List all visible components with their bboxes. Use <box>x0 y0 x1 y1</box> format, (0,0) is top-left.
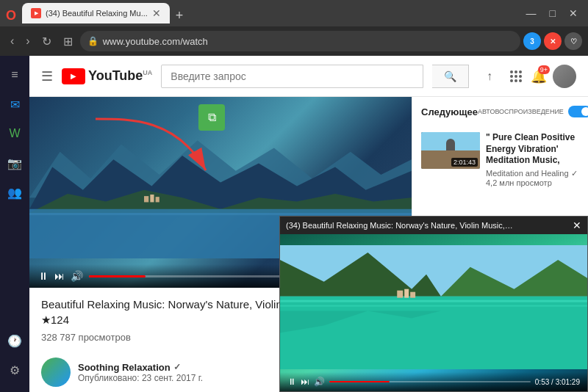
pip-window[interactable]: (34) Beautiful Relaxing Music: Norway's … <box>279 216 588 392</box>
pip-time-display: 0:53 / 3:01:29 <box>535 378 580 386</box>
autoplay-toggle[interactable] <box>568 106 588 117</box>
svg-rect-5 <box>150 195 154 202</box>
header-actions: ↑ 🔔 9+ <box>478 65 576 88</box>
next-video-channel: Meditation and Healing ✓ <box>486 169 579 178</box>
pip-icon: ⧉ <box>208 111 216 124</box>
user-avatar[interactable] <box>553 65 576 88</box>
next-video-item[interactable]: 2:01:43 " Pure Clean Positive Energy Vib… <box>412 126 588 193</box>
active-tab[interactable]: ▶ (34) Beautiful Relaxing Mu... ✕ <box>22 3 170 23</box>
ad-block-button[interactable]: ✕ <box>544 32 562 50</box>
video-section: ⧉ ⏸ <box>29 97 588 392</box>
next-header: Следующее АВТОВОСПРОИЗВЕДЕНИЕ <box>412 97 588 126</box>
badge-count[interactable]: 3 <box>523 32 541 50</box>
channel-name[interactable]: Soothing Relaxation ✓ <box>78 362 203 373</box>
window-close-button[interactable]: ✕ <box>564 6 582 21</box>
pip-play-button[interactable]: ⏸ <box>287 377 296 387</box>
pip-progress-fill <box>329 381 390 382</box>
svg-rect-18 <box>397 291 403 298</box>
browser-frame: O ▶ (34) Beautiful Relaxing Mu... ✕ + — … <box>0 0 588 392</box>
pip-controls: ⏸ ⏭ 🔊 0:53 / 3:01:29 <box>280 372 587 391</box>
apps-grid-button[interactable] <box>507 68 525 85</box>
svg-rect-16 <box>280 305 587 306</box>
window-maximize-button[interactable]: □ <box>545 6 560 21</box>
next-video-views: 4,2 млн просмотр <box>486 178 579 187</box>
pip-progress-bar[interactable] <box>329 381 531 382</box>
view-count: 328 787 просмотров <box>41 332 131 343</box>
tab-bar: O ▶ (34) Beautiful Relaxing Mu... ✕ + <box>6 3 522 23</box>
address-text: www.youtube.com/watch <box>103 36 513 47</box>
hamburger-menu[interactable]: ☰ <box>41 68 53 84</box>
next-video-duration: 2:01:43 <box>451 158 478 167</box>
next-video-title: " Pure Clean Positive Energy Vibration' … <box>486 132 579 167</box>
search-button[interactable] <box>432 65 469 88</box>
play-pause-button[interactable]: ⏸ <box>38 270 49 282</box>
meditation-figure <box>446 139 455 150</box>
youtube-logo-icon <box>62 68 85 84</box>
publish-date: Опубликовано: 23 сент. 2017 г. <box>78 373 203 383</box>
nav-actions: 3 ✕ ♡ <box>523 32 582 50</box>
svg-rect-15 <box>280 300 587 302</box>
youtube-header: ☰ YouTubeUA ↑ 🔔 <box>29 56 588 97</box>
pip-skip-button[interactable]: ⏭ <box>301 377 309 387</box>
channel-details: Soothing Relaxation ✓ Опубликовано: 23 с… <box>78 362 203 383</box>
pip-video-background <box>280 234 587 391</box>
autoplay-section: АВТОВОСПРОИЗВЕДЕНИЕ <box>478 106 588 117</box>
sidebar-menu-icon[interactable]: ≡ <box>1 62 28 88</box>
tab-favicon: ▶ <box>31 8 41 18</box>
back-button[interactable]: ‹ <box>6 32 18 51</box>
left-sidebar: ≡ ✉ W 📷 👥 🕐 ⚙ <box>0 56 29 392</box>
window-minimize-button[interactable]: — <box>522 6 541 21</box>
browser-logo: O <box>6 8 16 23</box>
tab-title: (34) Beautiful Relaxing Mu... <box>46 9 148 18</box>
channel-verified-icon: ✓ <box>571 169 578 178</box>
volume-button[interactable]: 🔊 <box>71 270 83 282</box>
tab-close-button[interactable]: ✕ <box>152 7 161 19</box>
pip-toggle-button[interactable]: ⧉ <box>198 104 225 131</box>
channel-avatar[interactable] <box>41 357 71 387</box>
pip-volume-button[interactable]: 🔊 <box>314 377 325 387</box>
sidebar-settings-icon[interactable]: ⚙ <box>1 357 28 383</box>
sidebar-instagram-icon[interactable]: 📷 <box>1 150 28 176</box>
pip-landscape-visual <box>280 245 587 369</box>
refresh-button[interactable]: ↻ <box>37 32 56 51</box>
title-bar-controls: — □ ✕ <box>522 6 582 21</box>
svg-rect-19 <box>404 289 409 298</box>
pip-video: ⏸ ⏭ 🔊 0:53 / 3:01:29 <box>280 234 587 391</box>
svg-rect-20 <box>410 292 415 298</box>
notification-badge: 9+ <box>538 65 550 74</box>
title-bar: O ▶ (34) Beautiful Relaxing Mu... ✕ + — … <box>0 0 588 26</box>
sidebar-messenger-icon[interactable]: ✉ <box>1 91 28 117</box>
autoplay-label: АВТОВОСПРОИЗВЕДЕНИЕ <box>478 108 564 115</box>
next-video-thumbnail: 2:01:43 <box>421 132 480 169</box>
youtube-logo[interactable]: YouTubeUA <box>62 68 152 84</box>
svg-rect-4 <box>144 196 148 202</box>
address-bar[interactable]: 🔒 www.youtube.com/watch <box>80 31 520 51</box>
next-video-info: " Pure Clean Positive Energy Vibration' … <box>486 132 579 187</box>
skip-forward-button[interactable]: ⏭ <box>54 270 65 282</box>
pip-title: (34) Beautiful Relaxing Music: Norway's … <box>286 221 567 230</box>
navigation-bar: ‹ › ↻ ⊞ 🔒 www.youtube.com/watch 3 ✕ ♡ <box>0 26 588 56</box>
svg-rect-14 <box>280 296 587 369</box>
ssl-lock-icon: 🔒 <box>87 36 98 46</box>
main-content: ☰ YouTubeUA ↑ 🔔 <box>29 56 588 392</box>
notifications-button[interactable]: 🔔 9+ <box>531 68 547 84</box>
pip-close-button[interactable]: ✕ <box>573 219 581 231</box>
upload-button[interactable]: ↑ <box>478 65 501 88</box>
sidebar-whatsapp-icon[interactable]: W <box>1 120 28 147</box>
progress-fill <box>89 275 146 277</box>
sidebar-history-icon[interactable]: 🕐 <box>1 327 28 354</box>
tab-favicon-icon: ▶ <box>35 10 38 16</box>
youtube-logo-text: YouTubeUA <box>88 68 152 84</box>
bookmark-button[interactable]: ♡ <box>564 32 582 50</box>
pip-titlebar: (34) Beautiful Relaxing Music: Norway's … <box>280 217 587 234</box>
svg-rect-6 <box>156 197 159 202</box>
new-tab-button[interactable]: + <box>170 8 190 23</box>
toggle-knob <box>581 107 588 116</box>
svg-rect-8 <box>29 213 412 215</box>
search-input[interactable] <box>161 65 423 88</box>
sidebar-vk-icon[interactable]: 👥 <box>1 179 28 206</box>
next-title: Следующее <box>421 106 478 117</box>
forward-button[interactable]: › <box>21 32 34 51</box>
extensions-button[interactable]: ⊞ <box>59 32 77 51</box>
verified-icon: ✓ <box>173 362 181 372</box>
